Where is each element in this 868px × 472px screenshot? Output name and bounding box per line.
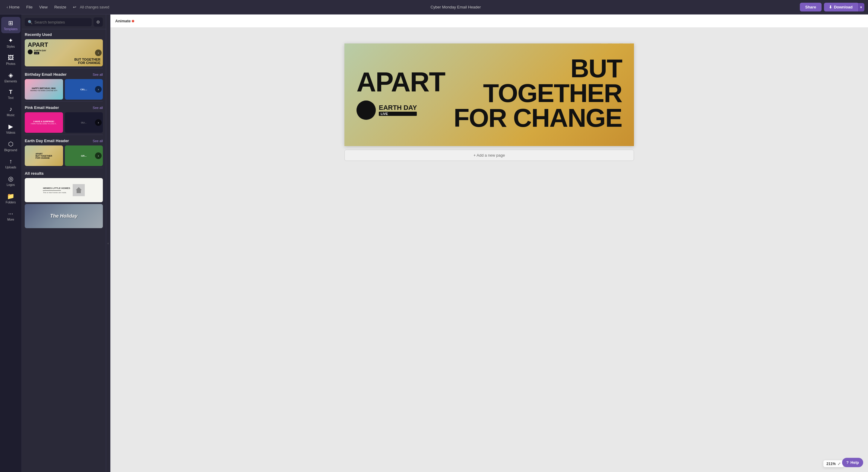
download-dropdown-button[interactable]: ▾ <box>858 3 864 11</box>
sidebar-item-music[interactable]: ♪ Music <box>1 103 21 119</box>
sidebar-item-logos[interactable]: ◎ Logos <box>1 173 21 189</box>
zoom-expand-icon[interactable]: ⤢ <box>838 462 841 466</box>
uploads-label: Uploads <box>5 166 16 169</box>
birthday-header: Birthday Email Header See all <box>25 72 103 77</box>
background-icon: ⬡ <box>8 140 13 148</box>
download-label: Download <box>834 5 852 9</box>
templates-icon: ⊞ <box>8 19 13 27</box>
hide-panel-button[interactable]: ‹ <box>106 14 111 472</box>
recently-used-row: APART EARTH DAY LIVE BUT TOGETHER <box>25 39 103 66</box>
text-label: Text <box>8 96 13 99</box>
animate-button[interactable]: Animate <box>115 19 134 23</box>
earth-circle <box>356 100 376 120</box>
pink-template-grid: I HAVE A SURPRISE!I hope you're going to… <box>25 112 103 133</box>
zoom-bar: 211% ⤢ <box>824 460 844 467</box>
earth-template-grid: APARTBUT TOGETHERFOR CHANGE GR... › <box>25 145 103 166</box>
divider-1 <box>25 68 103 68</box>
canvas-area: Animate ⊡ ⧉ + APAR <box>111 14 868 472</box>
earth-see-all-button[interactable]: See all <box>93 139 103 143</box>
earth-day-text: EARTH DAY <box>379 105 417 111</box>
holiday-template-card[interactable]: The Holiday <box>25 204 103 228</box>
videos-label: Videos <box>6 131 15 134</box>
live-badge: LIVE <box>379 112 417 116</box>
earth-design-right: BUT TOGETHER FOR CHANGE <box>445 56 622 133</box>
canvas-viewport[interactable]: ⊡ ⧉ + APART EARTH DAY <box>111 28 868 472</box>
sidebar-item-photos[interactable]: 🖼 Photos <box>1 52 21 68</box>
recently-used-card[interactable]: APART EARTH DAY LIVE BUT TOGETHER <box>25 39 103 66</box>
earth-section-title: Earth Day Email Header <box>25 139 69 143</box>
pink-template-2[interactable]: OU... › <box>65 112 103 133</box>
card-arrow: › <box>95 86 102 93</box>
sidebar-item-more[interactable]: ··· More <box>1 208 21 224</box>
birthday-template-2[interactable]: CEL... › <box>65 79 103 99</box>
sidebar-item-templates[interactable]: ⊞ Templates <box>1 17 21 33</box>
styles-icon: ✦ <box>8 37 13 44</box>
file-label: File <box>26 5 33 9</box>
file-menu-button[interactable]: File <box>23 3 36 11</box>
topbar: ‹ Home File View Resize ↩ All changes sa… <box>0 0 868 14</box>
sidebar-icons: ⊞ Templates ✦ Styles 🖼 Photos ◈ Elements… <box>0 14 22 472</box>
pink-section: Pink Email Header See all I HAVE A SURPR… <box>22 102 106 134</box>
pink-header: Pink Email Header See all <box>25 105 103 110</box>
download-btn-group: ⬇ Download ▾ <box>824 3 864 11</box>
add-page-label: + Add a new page <box>473 153 505 157</box>
autosave-status: All changes saved <box>80 5 109 9</box>
more-icon: ··· <box>8 210 13 217</box>
earth-header: Earth Day Email Header See all <box>25 139 103 143</box>
birthday-see-all-button[interactable]: See all <box>93 73 103 76</box>
earth-template-1[interactable]: APARTBUT TOGETHERFOR CHANGE <box>25 145 63 166</box>
sidebar-item-folders[interactable]: 📁 Folders <box>1 190 21 206</box>
birthday-section-title: Birthday Email Header <box>25 72 67 77</box>
pink-see-all-button[interactable]: See all <box>93 106 103 110</box>
birthday-template-1[interactable]: HAPPY BIRTHDAY, MIA!Wishing you more lov… <box>25 79 63 99</box>
all-results-section: All results HEWES LITTLE HOMES This is h… <box>22 169 106 232</box>
help-label: Help <box>850 460 859 465</box>
home-label: Home <box>9 5 20 9</box>
undo-button[interactable]: ↩ <box>70 3 79 11</box>
divider-4 <box>25 168 103 168</box>
recently-card-arrow: › <box>95 50 102 56</box>
download-icon: ⬇ <box>829 5 832 9</box>
pink-template-1[interactable]: I HAVE A SURPRISE!I hope you're going to… <box>25 112 63 133</box>
background-label: Bkground <box>4 148 17 152</box>
photos-label: Photos <box>6 62 16 65</box>
sidebar-item-videos[interactable]: ▶ Videos <box>1 120 21 137</box>
holiday-title: The Holiday <box>50 213 78 219</box>
home-button[interactable]: ‹ Home <box>4 3 23 11</box>
sidebar-item-uploads[interactable]: ↑ Uploads <box>1 155 21 171</box>
sidebar-item-text[interactable]: T Text <box>1 87 21 102</box>
filter-button[interactable]: ⚙ <box>93 18 103 27</box>
but-together-text: BUT TOGETHER <box>445 56 622 105</box>
sidebar-item-background[interactable]: ⬡ Bkground <box>1 138 21 154</box>
logos-label: Logos <box>7 183 15 186</box>
sidebar-item-elements[interactable]: ◈ Elements <box>1 69 21 85</box>
together-text: BUT TOGETHER FOR CHANGE <box>445 56 622 130</box>
sidebar-item-styles[interactable]: ✦ Styles <box>1 34 21 51</box>
view-label: View <box>39 5 48 9</box>
canvas-page[interactable]: APART EARTH DAY LIVE BUT T <box>344 43 634 146</box>
earth-template-2[interactable]: GR... › <box>65 145 103 166</box>
search-input[interactable] <box>34 20 89 25</box>
animate-label: Animate <box>115 19 131 23</box>
more-label: More <box>7 218 14 221</box>
elements-label: Elements <box>4 80 17 83</box>
search-input-wrap: 🔍 <box>25 18 92 26</box>
share-button[interactable]: Share <box>800 3 822 11</box>
folders-label: Folders <box>6 201 16 204</box>
uploads-icon: ↑ <box>9 158 12 165</box>
add-page-button[interactable]: + Add a new page <box>344 150 634 161</box>
divider-3 <box>25 135 103 135</box>
view-menu-button[interactable]: View <box>36 3 51 11</box>
help-button[interactable]: ? Help <box>842 458 863 467</box>
download-button[interactable]: ⬇ Download <box>824 3 858 11</box>
topbar-right: Share ⬇ Download ▾ <box>800 3 864 11</box>
text-icon: T <box>9 89 12 95</box>
recently-used-header: Recently Used <box>25 32 103 37</box>
resize-menu-button[interactable]: Resize <box>51 3 69 11</box>
main-layout: ⊞ Templates ✦ Styles 🖼 Photos ◈ Elements… <box>0 14 868 472</box>
earth-badge: EARTH DAY LIVE <box>379 105 417 116</box>
homes-template-card[interactable]: HEWES LITTLE HOMES This is how homes are… <box>25 178 103 202</box>
svg-marker-0 <box>76 187 82 193</box>
animate-dot <box>132 20 134 22</box>
logos-icon: ◎ <box>8 175 13 182</box>
